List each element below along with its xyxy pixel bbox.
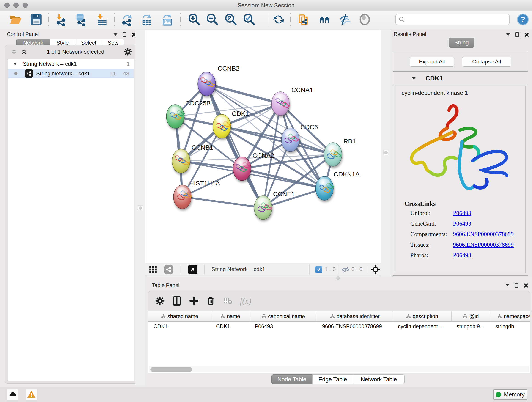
node-table[interactable]: shared namenamecanonical namedatabase id…	[148, 311, 530, 373]
crosslink-row: Tissues:9606.ENSP00000378699	[395, 241, 525, 252]
entry-header[interactable]: CDK1	[393, 71, 528, 85]
import-network-database-icon[interactable]	[74, 13, 87, 26]
tab-node-table[interactable]: Node Table	[272, 375, 312, 384]
left-splitter[interactable]	[135, 30, 145, 385]
column-header--id[interactable]: @id	[452, 311, 490, 322]
collapse-all-button[interactable]: Collapse All	[462, 57, 511, 67]
export-table-icon[interactable]	[140, 13, 153, 26]
tab-string[interactable]: String	[449, 38, 475, 48]
svg-text:?: ?	[520, 15, 525, 24]
column-header-canonical-name[interactable]: canonical name	[250, 311, 317, 322]
crosslink-row: GeneCard:P06493	[395, 220, 525, 231]
table-cell[interactable]: P06493	[250, 322, 317, 331]
zoom-fit-icon[interactable]	[225, 13, 237, 26]
help-icon[interactable]: ?	[516, 13, 529, 26]
column-header-namespace[interactable]: namespace	[490, 311, 530, 322]
warning-status-button[interactable]	[26, 389, 37, 400]
entry-expand-icon[interactable]	[412, 77, 416, 80]
edge-HIST1H1A-CCNE1[interactable]	[182, 197, 263, 208]
network-view[interactable]: CCNB2CCNA1CDC25BCDK1CDC6RB1CCNB1CCNA2CDK…	[145, 30, 381, 263]
table-gear-icon[interactable]	[153, 294, 166, 307]
node-CCNA1[interactable]: CCNA1	[272, 86, 313, 115]
expand-all-icon[interactable]	[21, 48, 27, 55]
hidden-eye-icon[interactable]	[341, 266, 350, 273]
save-session-icon[interactable]	[30, 13, 43, 26]
expand-all-button[interactable]: Expand All	[410, 57, 454, 67]
network-manager: 1 of 1 Network selected String Network –…	[5, 45, 137, 384]
zoom-in-icon[interactable]	[188, 13, 201, 26]
table-cell[interactable]: cyclin-dependent ...	[393, 322, 452, 331]
cytoscape-window: Session: New Session	[0, 0, 532, 402]
export-network-icon[interactable]	[121, 13, 133, 26]
birds-eye-view-icon[interactable]	[371, 265, 380, 274]
node-CDC25B[interactable]: CDC25B	[166, 100, 210, 128]
float-panel-icon[interactable]	[123, 32, 127, 37]
crosslink-label: Pharos:	[410, 252, 428, 259]
import-table-file-icon[interactable]	[95, 13, 108, 26]
add-column-icon[interactable]	[187, 294, 200, 307]
close-panel-icon[interactable]	[524, 283, 528, 288]
crosslink-value-link[interactable]: 9606.ENSP00000378699	[453, 241, 514, 248]
float-panel-icon[interactable]	[515, 283, 519, 288]
horizontal-splitter[interactable]	[336, 276, 340, 280]
table-horizontal-scrollbar[interactable]	[149, 366, 529, 372]
scrollbar-thumb[interactable]	[150, 367, 192, 372]
table-cell[interactable]: stringdb:9...	[452, 322, 490, 331]
node-label-CCNA1: CCNA1	[291, 86, 313, 94]
network-row[interactable]: String Network – cdk1 11 48	[8, 69, 134, 78]
table-cell[interactable]: stringdb	[490, 322, 530, 331]
table-cell[interactable]: CDK1	[148, 322, 211, 331]
tab-edge-table[interactable]: Edge Table	[312, 375, 353, 384]
panel-menu-icon[interactable]	[505, 284, 510, 287]
refresh-icon[interactable]	[272, 13, 285, 26]
memory-button[interactable]: Memory	[493, 389, 527, 400]
tab-network-table[interactable]: Network Table	[353, 375, 405, 384]
table-cell[interactable]: 9606.ENSP00000378699	[317, 322, 393, 331]
node-RB1[interactable]: RB1	[324, 138, 356, 166]
panel-menu-icon[interactable]	[114, 33, 118, 36]
network-collection-row[interactable]: String Network – cdk1 1	[8, 59, 134, 69]
grid-view-icon[interactable]	[149, 265, 157, 274]
network-badge-icon[interactable]	[164, 265, 173, 274]
zoom-selected-icon[interactable]	[243, 13, 256, 26]
level-of-detail-icon[interactable]	[358, 13, 371, 26]
close-panel-icon[interactable]	[524, 32, 529, 37]
node-HIST1H1A[interactable]: HIST1H1A	[173, 180, 220, 209]
open-in-window-icon[interactable]	[188, 265, 197, 274]
crosslink-value-link[interactable]: P06493	[453, 252, 471, 259]
float-panel-icon[interactable]	[515, 32, 519, 37]
delete-column-icon[interactable]	[204, 294, 217, 307]
panel-menu-icon[interactable]	[506, 33, 510, 36]
node-CDKN1A[interactable]: CDKN1A	[316, 171, 360, 200]
column-header-description[interactable]: description	[393, 311, 452, 322]
home-layout-icon[interactable]	[318, 13, 331, 26]
table-row[interactable]: CDK1CDK1P064939606.ENSP00000378699cyclin…	[148, 322, 530, 331]
node-label-CCNE1: CCNE1	[273, 191, 295, 198]
crosslink-value-link[interactable]: P06493	[453, 220, 471, 227]
column-header-shared-name[interactable]: shared name	[148, 311, 211, 322]
right-splitter[interactable]	[381, 30, 391, 277]
column-header-name[interactable]: name	[211, 311, 250, 322]
collapse-all-icon[interactable]	[11, 48, 17, 55]
crosslink-value-link[interactable]: 9606.ENSP00000378699	[453, 231, 514, 238]
crosslink-row: Uniprot:P06493	[395, 210, 525, 220]
show-hide-graphics-icon[interactable]	[338, 13, 351, 26]
collection-expand-icon[interactable]	[13, 63, 17, 65]
table-cell[interactable]: CDK1	[211, 322, 250, 331]
node-CCNE1[interactable]: CCNE1	[254, 191, 295, 220]
zoom-out-icon[interactable]	[206, 13, 219, 26]
show-columns-icon[interactable]	[171, 294, 183, 307]
crosslink-value-link[interactable]: P06493	[453, 210, 471, 217]
network-label: String Network – cdk1	[36, 70, 90, 77]
column-header-database-identifier[interactable]: database identifier	[317, 311, 393, 322]
export-image-icon[interactable]	[161, 13, 174, 26]
open-session-icon[interactable]	[9, 13, 22, 26]
search-input[interactable]	[407, 15, 509, 24]
node-label-CDKN1A: CDKN1A	[334, 171, 360, 178]
crosslink-label: Uniprot:	[410, 210, 431, 217]
selected-checkbox-icon[interactable]	[315, 266, 322, 273]
network-options-gear-icon[interactable]	[124, 48, 132, 56]
cloud-status-button[interactable]	[7, 389, 18, 400]
first-neighbors-icon[interactable]	[298, 13, 311, 26]
import-network-file-icon[interactable]	[55, 13, 67, 26]
